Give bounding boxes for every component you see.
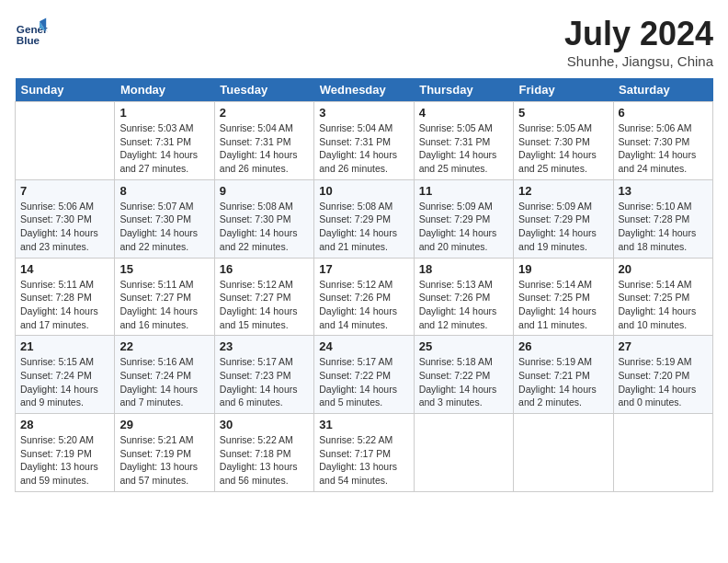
title-block: July 2024 Shunhe, Jiangsu, China: [564, 15, 713, 69]
day-info: Sunrise: 5:13 AMSunset: 7:26 PMDaylight:…: [419, 278, 508, 332]
day-info: Sunrise: 5:07 AMSunset: 7:30 PMDaylight:…: [119, 200, 209, 254]
day-number: 8: [119, 184, 209, 198]
calendar-cell: [514, 414, 613, 492]
day-number: 18: [419, 262, 508, 276]
day-info: Sunrise: 5:05 AMSunset: 7:31 PMDaylight:…: [419, 121, 508, 176]
day-number: 27: [619, 339, 708, 353]
month-title: July 2024: [564, 15, 713, 53]
day-info: Sunrise: 5:08 AMSunset: 7:30 PMDaylight:…: [220, 200, 309, 254]
day-info: Sunrise: 5:12 AMSunset: 7:27 PMDaylight:…: [220, 278, 309, 332]
calendar-cell: 11Sunrise: 5:09 AMSunset: 7:29 PMDayligh…: [414, 179, 513, 258]
day-info: Sunrise: 5:21 AMSunset: 7:19 PMDaylight:…: [119, 433, 209, 488]
weekday-header-row: SundayMondayTuesdayWednesdayThursdayFrid…: [16, 78, 713, 102]
week-row-5: 28Sunrise: 5:20 AMSunset: 7:19 PMDayligh…: [16, 414, 713, 492]
calendar-cell: [414, 414, 513, 492]
calendar-cell: 4Sunrise: 5:05 AMSunset: 7:31 PMDaylight…: [414, 102, 513, 180]
day-number: 17: [319, 262, 408, 276]
calendar-table: SundayMondayTuesdayWednesdayThursdayFrid…: [15, 78, 713, 492]
svg-text:Blue: Blue: [17, 34, 40, 46]
week-row-3: 14Sunrise: 5:11 AMSunset: 7:28 PMDayligh…: [16, 258, 713, 336]
calendar-cell: 24Sunrise: 5:17 AMSunset: 7:22 PMDayligh…: [314, 336, 414, 414]
location: Shunhe, Jiangsu, China: [564, 53, 713, 69]
day-info: Sunrise: 5:17 AMSunset: 7:22 PMDaylight:…: [319, 355, 408, 409]
calendar-cell: 9Sunrise: 5:08 AMSunset: 7:30 PMDaylight…: [214, 179, 313, 258]
weekday-header-wednesday: Wednesday: [314, 78, 414, 102]
day-number: 23: [220, 339, 309, 353]
day-number: 1: [119, 106, 209, 120]
calendar-cell: 5Sunrise: 5:05 AMSunset: 7:30 PMDaylight…: [514, 102, 613, 180]
calendar-cell: 10Sunrise: 5:08 AMSunset: 7:29 PMDayligh…: [314, 179, 414, 258]
calendar-cell: 28Sunrise: 5:20 AMSunset: 7:19 PMDayligh…: [16, 414, 115, 492]
calendar-cell: 31Sunrise: 5:22 AMSunset: 7:17 PMDayligh…: [314, 414, 414, 492]
day-number: 24: [319, 339, 408, 353]
calendar-cell: 1Sunrise: 5:03 AMSunset: 7:31 PMDaylight…: [115, 102, 214, 180]
day-number: 15: [119, 262, 209, 276]
calendar-cell: 20Sunrise: 5:14 AMSunset: 7:25 PMDayligh…: [613, 258, 712, 336]
calendar-cell: 22Sunrise: 5:16 AMSunset: 7:24 PMDayligh…: [115, 336, 214, 414]
weekday-header-sunday: Sunday: [16, 78, 115, 102]
day-info: Sunrise: 5:09 AMSunset: 7:29 PMDaylight:…: [419, 200, 508, 254]
day-number: 10: [319, 184, 408, 198]
day-info: Sunrise: 5:08 AMSunset: 7:29 PMDaylight:…: [319, 200, 408, 254]
calendar-cell: [16, 102, 115, 180]
day-number: 20: [619, 262, 708, 276]
day-number: 6: [619, 106, 708, 120]
calendar-cell: 15Sunrise: 5:11 AMSunset: 7:27 PMDayligh…: [115, 258, 214, 336]
day-number: 29: [119, 418, 209, 431]
calendar-cell: 7Sunrise: 5:06 AMSunset: 7:30 PMDaylight…: [16, 179, 115, 258]
weekday-header-monday: Monday: [115, 78, 214, 102]
day-info: Sunrise: 5:14 AMSunset: 7:25 PMDaylight:…: [518, 278, 608, 332]
weekday-header-tuesday: Tuesday: [214, 78, 313, 102]
logo-icon: General Blue: [15, 15, 48, 48]
day-number: 19: [518, 262, 608, 276]
day-info: Sunrise: 5:17 AMSunset: 7:23 PMDaylight:…: [220, 355, 309, 409]
day-number: 5: [518, 106, 608, 120]
day-info: Sunrise: 5:05 AMSunset: 7:30 PMDaylight:…: [518, 121, 608, 176]
day-info: Sunrise: 5:19 AMSunset: 7:21 PMDaylight:…: [518, 355, 608, 409]
day-info: Sunrise: 5:19 AMSunset: 7:20 PMDaylight:…: [619, 355, 708, 409]
week-row-2: 7Sunrise: 5:06 AMSunset: 7:30 PMDaylight…: [16, 179, 713, 258]
day-info: Sunrise: 5:10 AMSunset: 7:28 PMDaylight:…: [619, 200, 708, 254]
calendar-cell: 8Sunrise: 5:07 AMSunset: 7:30 PMDaylight…: [115, 179, 214, 258]
calendar-cell: 25Sunrise: 5:18 AMSunset: 7:22 PMDayligh…: [414, 336, 513, 414]
weekday-header-friday: Friday: [514, 78, 613, 102]
day-info: Sunrise: 5:04 AMSunset: 7:31 PMDaylight:…: [319, 121, 408, 176]
calendar-cell: 2Sunrise: 5:04 AMSunset: 7:31 PMDaylight…: [214, 102, 313, 180]
calendar-cell: 27Sunrise: 5:19 AMSunset: 7:20 PMDayligh…: [613, 336, 712, 414]
day-number: 11: [419, 184, 508, 198]
day-number: 16: [220, 262, 309, 276]
weekday-header-saturday: Saturday: [613, 78, 712, 102]
day-info: Sunrise: 5:06 AMSunset: 7:30 PMDaylight:…: [619, 121, 708, 176]
day-info: Sunrise: 5:11 AMSunset: 7:27 PMDaylight:…: [119, 278, 209, 332]
calendar-cell: 13Sunrise: 5:10 AMSunset: 7:28 PMDayligh…: [613, 179, 712, 258]
page-header: General Blue July 2024 Shunhe, Jiangsu, …: [15, 15, 713, 69]
calendar-cell: 14Sunrise: 5:11 AMSunset: 7:28 PMDayligh…: [16, 258, 115, 336]
day-info: Sunrise: 5:20 AMSunset: 7:19 PMDaylight:…: [20, 433, 109, 488]
calendar-cell: 3Sunrise: 5:04 AMSunset: 7:31 PMDaylight…: [314, 102, 414, 180]
day-info: Sunrise: 5:18 AMSunset: 7:22 PMDaylight:…: [419, 355, 508, 409]
calendar-cell: 18Sunrise: 5:13 AMSunset: 7:26 PMDayligh…: [414, 258, 513, 336]
logo: General Blue: [15, 15, 48, 48]
day-info: Sunrise: 5:03 AMSunset: 7:31 PMDaylight:…: [119, 121, 209, 176]
day-number: 2: [220, 106, 309, 120]
day-number: 4: [419, 106, 508, 120]
day-number: 14: [20, 262, 109, 276]
calendar-cell: 23Sunrise: 5:17 AMSunset: 7:23 PMDayligh…: [214, 336, 313, 414]
calendar-cell: 19Sunrise: 5:14 AMSunset: 7:25 PMDayligh…: [514, 258, 613, 336]
day-info: Sunrise: 5:06 AMSunset: 7:30 PMDaylight:…: [20, 200, 109, 254]
day-number: 7: [20, 184, 109, 198]
calendar-cell: 17Sunrise: 5:12 AMSunset: 7:26 PMDayligh…: [314, 258, 414, 336]
day-info: Sunrise: 5:22 AMSunset: 7:17 PMDaylight:…: [319, 433, 408, 488]
day-number: 3: [319, 106, 408, 120]
day-number: 22: [119, 339, 209, 353]
week-row-4: 21Sunrise: 5:15 AMSunset: 7:24 PMDayligh…: [16, 336, 713, 414]
day-info: Sunrise: 5:11 AMSunset: 7:28 PMDaylight:…: [20, 278, 109, 332]
day-info: Sunrise: 5:15 AMSunset: 7:24 PMDaylight:…: [20, 355, 109, 409]
day-number: 31: [319, 418, 408, 431]
day-info: Sunrise: 5:04 AMSunset: 7:31 PMDaylight:…: [220, 121, 309, 176]
day-number: 12: [518, 184, 608, 198]
day-info: Sunrise: 5:12 AMSunset: 7:26 PMDaylight:…: [319, 278, 408, 332]
day-number: 21: [20, 339, 109, 353]
calendar-cell: 29Sunrise: 5:21 AMSunset: 7:19 PMDayligh…: [115, 414, 214, 492]
day-info: Sunrise: 5:14 AMSunset: 7:25 PMDaylight:…: [619, 278, 708, 332]
